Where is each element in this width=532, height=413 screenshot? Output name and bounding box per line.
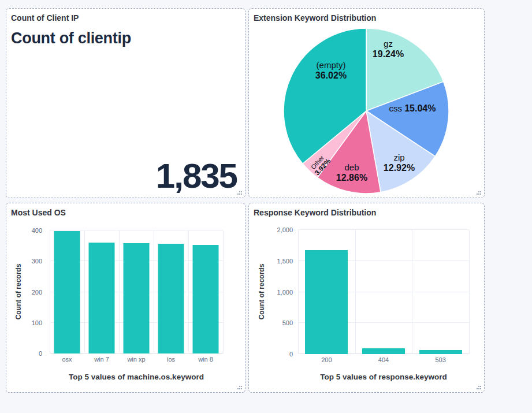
panel-resize-handle-icon[interactable] [236,189,243,195]
pie-label-deb: deb12.86% [336,162,367,183]
y-tick-label: 0 [289,351,293,358]
gridline [84,230,85,354]
x-tick-label: 503 [435,356,445,363]
gridline [412,230,412,354]
bar-win-7[interactable] [89,243,115,354]
gridline [469,230,470,354]
pie-label-zip: zip12.92% [384,152,415,173]
gridline [154,230,154,354]
x-tick-label: win 8 [198,356,213,363]
x-axis-title: Top 5 values of response.keyword [298,373,469,381]
panel-extension-keyword-distribution[interactable]: Extension Keyword Distribution gz19.24%c… [248,8,485,198]
gridline [223,230,224,354]
bar-win-8[interactable] [193,245,219,354]
panel-title: Extension Keyword Distribution [254,13,479,23]
x-tick-label: 404 [378,356,389,363]
gridline [119,230,120,354]
gridline [50,230,50,354]
x-axis-tick-labels: osxwin 7win xpioswin 8 [50,356,223,364]
x-tick-label: win 7 [94,356,109,363]
os-bar-chart-plot [50,230,223,354]
x-tick-label: osx [62,356,72,363]
pie-label-gz: gz19.24% [373,39,404,59]
y-tick-label: 100 [32,319,42,326]
x-tick-label: ios [167,356,175,363]
bar-503[interactable] [419,350,462,354]
response-bar-chart-plot [298,230,469,354]
bar-200[interactable] [305,250,348,354]
panel-response-keyword-distribution[interactable]: Response Keyword Distribution Count of r… [248,203,485,393]
metric-value: 1,835 [156,157,237,195]
bar-404[interactable] [362,348,405,354]
resize-dots-icon [236,385,243,392]
y-tick-label: 2,000 [277,226,293,233]
bar-win-xp[interactable] [124,243,150,354]
y-tick-label: 0 [39,350,42,357]
gridline [298,230,299,354]
panel-most-used-os[interactable]: Most Used OS Count of records 0100200300… [6,203,245,393]
resize-dots-icon [475,385,482,392]
panel-title: Count of Client IP [11,13,240,23]
x-tick-label: 200 [321,356,332,363]
y-tick-label: 500 [282,319,293,326]
pie-label-css: css 15.04% [389,103,436,114]
bar-osx[interactable] [54,231,80,354]
panel-resize-handle-icon[interactable] [475,189,482,195]
bar-ios[interactable] [158,244,184,354]
y-tick-label: 400 [32,227,42,234]
y-axis-tick-labels: 0100200300400 [6,230,42,354]
dashboard-page: Count of Client IP Count of clientip 1,8… [0,0,532,413]
gridline [188,230,189,354]
y-tick-label: 300 [32,258,42,265]
y-tick-label: 1,500 [277,258,293,265]
metric-label: Count of clientip [11,29,240,47]
y-axis-tick-labels: 05001,0001,5002,000 [249,230,293,354]
panel-resize-handle-icon[interactable] [475,384,482,390]
resize-dots-icon [236,191,243,197]
x-axis-title: Top 5 values of machine.os.keyword [50,373,223,381]
panel-title: Response Keyword Distribution [254,208,479,217]
panel-title: Most Used OS [11,208,240,217]
y-tick-label: 200 [32,289,42,296]
resize-dots-icon [475,191,482,197]
gridline [298,229,469,230]
gridline [355,230,356,354]
x-axis-tick-labels: 200404503 [298,356,469,364]
y-tick-label: 1,000 [277,289,293,296]
x-tick-label: win xp [127,356,145,363]
panel-resize-handle-icon[interactable] [236,384,243,390]
panel-count-of-client-ip[interactable]: Count of Client IP Count of clientip 1,8… [6,8,245,198]
pie-label-empty: (empty)36.02% [315,60,347,81]
